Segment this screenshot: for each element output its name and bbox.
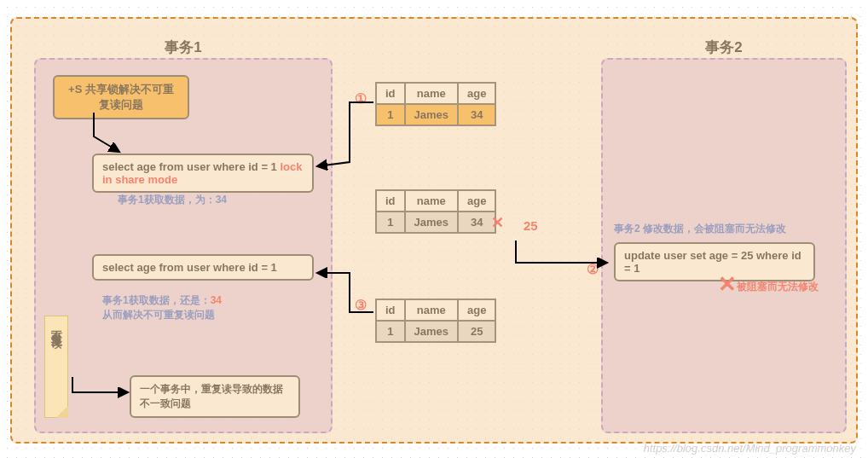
diagram-outer [10,17,858,444]
watermark: https://blog.csdn.net/Mind_programmonkey [644,442,856,455]
arrow-table3-to-query2 [315,271,384,322]
arrow-table1-to-query1 [315,94,384,171]
arrow-sticky-to-explain [68,375,136,409]
arrow-lock-to-query [85,111,136,162]
arrow-table2-to-tx2 [512,239,614,281]
